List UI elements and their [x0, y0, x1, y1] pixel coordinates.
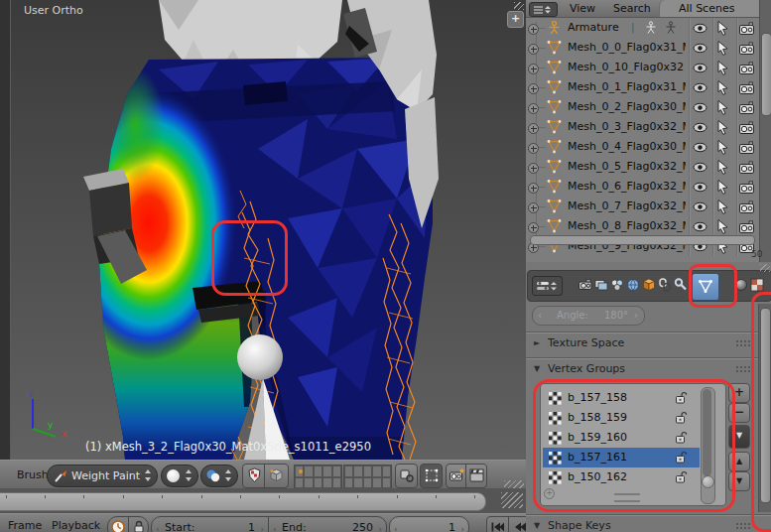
- outliner-row[interactable]: Mesh_0_7_Flag0x32_M: [526, 197, 760, 216]
- slider-right-arrow-icon[interactable]: ›: [634, 310, 638, 321]
- vertex-group-row[interactable]: b_157_158: [543, 388, 700, 408]
- increment-arrow-icon[interactable]: ›: [378, 524, 382, 532]
- expand-icon[interactable]: [528, 222, 539, 233]
- expand-icon[interactable]: [528, 202, 539, 213]
- object-name[interactable]: Mesh_0_7_Flag0x32_M: [568, 200, 686, 212]
- outliner-row[interactable]: Mesh_0_1_Flag0x31_M: [526, 77, 760, 97]
- tab-scene-icon[interactable]: [610, 278, 624, 292]
- list-scrollbar-knob[interactable]: [702, 475, 714, 488]
- tab-material-icon[interactable]: [734, 278, 748, 292]
- outliner-row[interactable]: Mesh_0_0_Flag0x31_M: [526, 38, 760, 58]
- matcap-stepper-icon[interactable]: [225, 469, 232, 481]
- layer-cell[interactable]: [382, 466, 391, 477]
- list-resize-grip[interactable]: [614, 493, 640, 502]
- timeline-scrollbar[interactable]: [0, 492, 486, 511]
- search-menu[interactable]: Search: [613, 2, 651, 15]
- outliner-row[interactable]: Mesh_0_8_Flag0x32_M: [526, 216, 760, 236]
- timeline-ruler[interactable]: [0, 488, 526, 514]
- layer-cell[interactable]: [314, 477, 322, 489]
- panel-drag-dots-icon[interactable]: [735, 339, 751, 346]
- expand-icon[interactable]: [528, 183, 539, 194]
- renderable-camera-icon[interactable]: [739, 141, 755, 154]
- move-group-up-button[interactable]: ▲: [728, 452, 750, 471]
- manipulate-centers-toggle[interactable]: [395, 464, 418, 488]
- layer-cell[interactable]: [344, 477, 353, 489]
- outliner-row[interactable]: Mesh_0_6_Flag0x32_M: [526, 177, 760, 197]
- renderable-camera-icon[interactable]: [739, 22, 755, 35]
- move-group-down-button[interactable]: ▼: [728, 471, 750, 491]
- layer-cell[interactable]: [363, 466, 372, 477]
- visibility-eye-icon[interactable]: [693, 43, 707, 54]
- view-menu[interactable]: View: [570, 2, 595, 15]
- object-name[interactable]: Mesh_0_2_Flag0x30_M: [568, 100, 686, 113]
- selectable-cursor-icon[interactable]: [717, 200, 729, 214]
- visibility-eye-icon[interactable]: [693, 102, 707, 113]
- decrement-arrow-icon[interactable]: ‹: [156, 524, 160, 532]
- tab-constraints-icon[interactable]: [658, 278, 672, 292]
- auto-keyframe-button[interactable]: [107, 516, 129, 532]
- selectable-cursor-icon[interactable]: [717, 180, 729, 195]
- visibility-eye-icon[interactable]: [693, 23, 707, 34]
- vertex-group-row[interactable]: b_157_161: [543, 448, 700, 467]
- end-frame-field[interactable]: ‹ End: 250 ›: [268, 516, 387, 532]
- editor-type-selector[interactable]: [532, 276, 563, 296]
- visibility-eye-icon[interactable]: [693, 221, 707, 232]
- outliner-row[interactable]: Mesh_0_10_Flag0x32: [526, 58, 760, 77]
- layer-cell[interactable]: [382, 477, 391, 489]
- lock-button[interactable]: [128, 516, 149, 532]
- selectable-cursor-icon[interactable]: [717, 41, 729, 56]
- layer-cell[interactable]: [322, 477, 331, 489]
- layer-cell[interactable]: [295, 477, 304, 489]
- object-name[interactable]: Mesh_0_3_Flag0x32_M: [568, 120, 686, 133]
- renderable-camera-icon[interactable]: [739, 42, 755, 55]
- renderable-camera-icon[interactable]: [739, 62, 755, 74]
- renderable-camera-icon[interactable]: [739, 200, 755, 213]
- expanded-triangle-icon[interactable]: ▼: [534, 521, 540, 530]
- collapsed-triangle-icon[interactable]: ►: [534, 338, 540, 347]
- brush-shape-selector[interactable]: [161, 465, 198, 487]
- object-name[interactable]: Mesh_0_5_Flag0x32_M: [568, 160, 686, 173]
- mode-selector[interactable]: Weight Paint: [47, 465, 158, 487]
- tab-object-icon[interactable]: [642, 278, 656, 292]
- header-resize-grip[interactable]: [504, 480, 524, 488]
- unlock-icon[interactable]: [675, 431, 688, 445]
- list-scrollbar-track[interactable]: [701, 387, 715, 504]
- jump-to-start-button[interactable]: [486, 516, 509, 532]
- layer-cell[interactable]: [353, 466, 362, 477]
- list-scrollbar-thumb[interactable]: [703, 389, 711, 476]
- expand-icon[interactable]: [528, 143, 539, 154]
- outliner-scrollbar-track[interactable]: [759, 0, 771, 262]
- snap-toggle[interactable]: [420, 464, 443, 488]
- pose-icon[interactable]: [643, 21, 659, 35]
- layer-cell[interactable]: [295, 466, 304, 477]
- angle-slider[interactable]: ‹ Angle: 180° ›: [532, 306, 645, 326]
- vertex-groups-section-header[interactable]: ▼ Vertex Groups: [526, 357, 771, 380]
- shape-keys-section-header[interactable]: ▼ Shape Keys: [526, 514, 771, 532]
- selectable-cursor-icon[interactable]: [717, 140, 729, 155]
- layer-cell[interactable]: [332, 466, 341, 477]
- outliner-row-armature[interactable]: Armature |: [526, 18, 760, 38]
- renderable-camera-icon[interactable]: [739, 101, 755, 114]
- vertex-group-row[interactable]: b_158_159: [543, 408, 700, 428]
- expand-icon[interactable]: [528, 123, 539, 134]
- vertex-group-row[interactable]: b_150_162: [543, 467, 700, 487]
- armature-data-icon[interactable]: [663, 21, 679, 35]
- object-name[interactable]: Mesh_0_6_Flag0x32_M: [568, 180, 686, 193]
- visibility-eye-icon[interactable]: [693, 201, 707, 212]
- unlock-icon[interactable]: [675, 451, 688, 465]
- unlock-icon[interactable]: [675, 411, 688, 425]
- remove-vertex-group-button[interactable]: −: [728, 403, 750, 423]
- layer-cell[interactable]: [344, 466, 353, 477]
- expanded-triangle-icon[interactable]: ▼: [534, 364, 540, 373]
- decrement-arrow-icon[interactable]: ‹: [394, 524, 398, 532]
- expand-icon[interactable]: [528, 163, 539, 174]
- render-animation-button[interactable]: [465, 464, 487, 488]
- list-add-icon[interactable]: +: [544, 488, 555, 499]
- selectable-cursor-icon[interactable]: [717, 160, 729, 175]
- brush-shape-stepper-icon[interactable]: [186, 469, 193, 481]
- properties-shelf-expand-button[interactable]: +: [507, 11, 524, 28]
- start-frame-field[interactable]: ‹ Start: 1 ›: [151, 516, 269, 532]
- previous-keyframe-button[interactable]: [508, 516, 526, 532]
- expand-icon[interactable]: [528, 103, 539, 114]
- vertex-group-row[interactable]: b_159_160: [543, 428, 700, 448]
